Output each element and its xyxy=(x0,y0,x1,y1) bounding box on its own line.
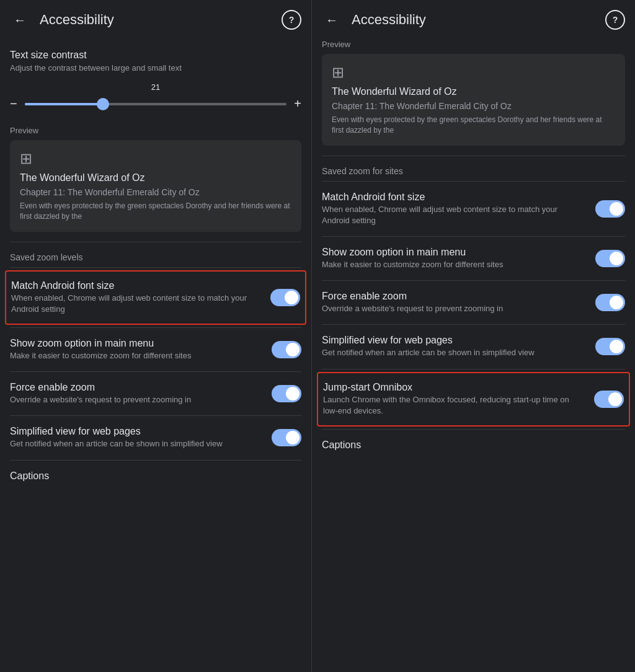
right-help-button[interactable]: ? xyxy=(605,10,625,30)
right-panel: ← Accessibility ? Preview ⊞ The Wonderfu… xyxy=(312,0,635,672)
left-saved-zoom-label: Saved zoom levels xyxy=(0,242,311,267)
contrast-description: Adjust the contrast between large and sm… xyxy=(10,63,301,73)
right-page-title: Accessibility xyxy=(352,12,595,28)
right-preview-subtitle: Chapter 11: The Wonderful Emerald City o… xyxy=(332,101,615,111)
right-divider-5 xyxy=(322,369,625,369)
slider-fill xyxy=(25,103,104,105)
right-setting-show-zoom-desc: Make it easier to customize zoom for dif… xyxy=(322,259,585,270)
right-preview-card: ⊞ The Wonderful Wizard of Oz Chapter 11:… xyxy=(322,54,625,146)
setting-simplified-view[interactable]: Simplified view for web pages Get notifi… xyxy=(0,416,311,459)
right-setting-jump-start-title: Jump-start Omnibox xyxy=(323,382,584,393)
right-setting-force-zoom[interactable]: Force enable zoom Override a website's r… xyxy=(312,281,635,324)
right-setting-match-android-text: Match Android font size When enabled, Ch… xyxy=(322,192,585,226)
slider-decrease-button[interactable]: − xyxy=(10,97,17,111)
right-setting-jump-start[interactable]: Jump-start Omnibox Launch Chrome with th… xyxy=(317,372,630,427)
slider-thumb[interactable] xyxy=(97,98,109,110)
setting-force-zoom-text: Force enable zoom Override a website's r… xyxy=(10,382,262,405)
setting-simplified-view-toggle[interactable] xyxy=(272,429,301,446)
right-setting-force-zoom-title: Force enable zoom xyxy=(322,291,585,302)
left-preview-text: Even with eyes protected by the green sp… xyxy=(20,201,291,222)
text-size-contrast-section: Text size contrast Adjust the contrast b… xyxy=(0,40,311,126)
left-content: Text size contrast Adjust the contrast b… xyxy=(0,40,311,672)
right-setting-force-zoom-desc: Override a website's request to prevent … xyxy=(322,303,585,314)
left-preview-subtitle: Chapter 11: The Wonderful Emerald City o… xyxy=(20,187,291,197)
setting-force-zoom[interactable]: Force enable zoom Override a website's r… xyxy=(0,372,311,415)
setting-show-zoom-toggle[interactable] xyxy=(272,341,301,358)
left-preview-label: Preview xyxy=(0,126,311,140)
left-divider-2 xyxy=(10,267,301,268)
right-setting-jump-start-toggle[interactable] xyxy=(594,391,624,408)
right-setting-jump-start-desc: Launch Chrome with the Omnibox focused, … xyxy=(323,394,584,417)
right-setting-jump-start-text: Jump-start Omnibox Launch Chrome with th… xyxy=(323,382,584,417)
left-help-button[interactable]: ? xyxy=(282,10,301,30)
right-setting-force-zoom-toggle[interactable] xyxy=(595,294,625,311)
left-header: ← Accessibility ? xyxy=(0,0,311,40)
right-setting-match-android[interactable]: Match Android font size When enabled, Ch… xyxy=(312,182,635,236)
right-back-button[interactable]: ← xyxy=(322,10,342,30)
setting-captions-text: Captions xyxy=(10,471,301,483)
left-preview-card: ⊞ The Wonderful Wizard of Oz Chapter 11:… xyxy=(10,140,301,232)
setting-match-android-title: Match Android font size xyxy=(11,280,260,291)
right-preview-label: Preview xyxy=(312,40,635,54)
right-setting-simplified-view-text: Simplified view for web pages Get notifi… xyxy=(322,335,585,358)
right-setting-simplified-view-toggle[interactable] xyxy=(595,338,625,355)
contrast-title: Text size contrast xyxy=(10,50,301,61)
right-setting-force-zoom-text: Force enable zoom Override a website's r… xyxy=(322,291,585,314)
setting-captions[interactable]: Captions xyxy=(0,461,311,493)
left-page-title: Accessibility xyxy=(40,12,272,28)
book-icon: ⊞ xyxy=(20,150,291,167)
setting-simplified-view-title: Simplified view for web pages xyxy=(10,426,262,437)
setting-captions-title: Captions xyxy=(10,471,301,482)
right-setting-match-android-toggle[interactable] xyxy=(595,200,625,218)
right-setting-captions[interactable]: Captions xyxy=(312,430,635,462)
slider-value: 21 xyxy=(10,82,301,92)
setting-simplified-view-desc: Get notified when an article can be show… xyxy=(10,438,262,449)
setting-show-zoom-title: Show zoom option in main menu xyxy=(10,338,262,349)
left-preview-title: The Wonderful Wizard of Oz xyxy=(20,172,291,183)
right-setting-show-zoom-text: Show zoom option in main menu Make it ea… xyxy=(322,247,585,270)
right-setting-show-zoom-title: Show zoom option in main menu xyxy=(322,247,585,258)
setting-force-zoom-toggle[interactable] xyxy=(272,385,301,402)
setting-show-zoom-text: Show zoom option in main menu Make it ea… xyxy=(10,338,262,361)
slider-increase-button[interactable]: + xyxy=(294,97,301,111)
right-content: Preview ⊞ The Wonderful Wizard of Oz Cha… xyxy=(312,40,635,672)
slider-row: − + xyxy=(10,97,301,111)
right-setting-show-zoom[interactable]: Show zoom option in main menu Make it ea… xyxy=(312,237,635,280)
right-book-icon: ⊞ xyxy=(332,64,615,81)
setting-show-zoom[interactable]: Show zoom option in main menu Make it ea… xyxy=(0,328,311,371)
right-setting-simplified-view-title: Simplified view for web pages xyxy=(322,335,585,346)
right-header: ← Accessibility ? xyxy=(312,0,635,40)
right-setting-show-zoom-toggle[interactable] xyxy=(595,250,625,267)
setting-match-android-toggle[interactable] xyxy=(270,289,300,306)
setting-show-zoom-desc: Make it easier to customize zoom for dif… xyxy=(10,350,262,361)
slider-track[interactable] xyxy=(25,103,287,105)
right-setting-captions-text: Captions xyxy=(322,440,625,452)
right-setting-captions-title: Captions xyxy=(322,440,625,451)
setting-force-zoom-title: Force enable zoom xyxy=(10,382,262,393)
right-setting-simplified-view[interactable]: Simplified view for web pages Get notifi… xyxy=(312,325,635,368)
setting-match-android-text: Match Android font size When enabled, Ch… xyxy=(11,280,260,315)
right-preview-title: The Wonderful Wizard of Oz xyxy=(332,86,615,97)
left-panel: ← Accessibility ? Text size contrast Adj… xyxy=(0,0,312,672)
right-setting-match-android-title: Match Android font size xyxy=(322,192,585,203)
setting-force-zoom-desc: Override a website's request to prevent … xyxy=(10,394,262,405)
setting-match-android-desc: When enabled, Chrome will adjust web con… xyxy=(11,293,260,315)
setting-match-android[interactable]: Match Android font size When enabled, Ch… xyxy=(5,270,306,325)
right-setting-match-android-desc: When enabled, Chrome will adjust web con… xyxy=(322,204,585,226)
left-back-button[interactable]: ← xyxy=(10,10,30,30)
right-saved-zoom-label: Saved zoom for sites xyxy=(312,156,635,181)
setting-simplified-view-text: Simplified view for web pages Get notifi… xyxy=(10,426,262,449)
right-preview-text: Even with eyes protected by the green sp… xyxy=(332,115,615,136)
right-setting-simplified-view-desc: Get notified when an article can be show… xyxy=(322,347,585,358)
